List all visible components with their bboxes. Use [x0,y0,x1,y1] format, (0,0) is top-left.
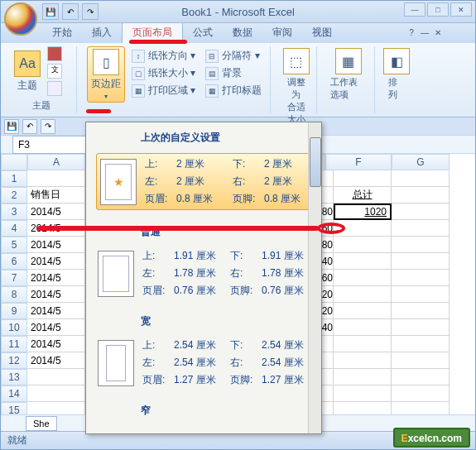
margins-option-normal[interactable]: 上:1.91 厘米 下:1.91 厘米 左:1.78 厘米 右:1.78 厘米 … [94,246,313,301]
cell[interactable]: 2014/5 [27,270,85,286]
maximize-button[interactable]: □ [427,2,449,17]
cell[interactable]: 2014/5 [27,303,85,319]
cell[interactable] [334,352,392,369]
cell[interactable] [334,303,392,319]
cell[interactable]: 2014/5 [27,319,85,336]
cell[interactable] [392,270,450,286]
margins-button[interactable]: ▯ 页边距 ▾ [87,46,125,103]
cell[interactable] [334,286,392,303]
cell[interactable] [392,336,450,352]
cell-partial[interactable] [322,170,334,187]
cell[interactable] [27,369,85,385]
cell[interactable] [392,203,450,220]
col-header-a[interactable]: A [27,154,85,170]
background-button[interactable]: ▤背景 [202,65,265,81]
cell-partial[interactable] [322,336,334,352]
cell-partial[interactable]: 20 [322,286,334,303]
qat-save-icon[interactable]: 💾 [42,3,59,20]
cell-partial[interactable]: 20 [322,303,334,319]
office-button[interactable] [4,2,37,36]
print-area-button[interactable]: ▦打印区域 ▾ [128,83,199,98]
select-all-corner[interactable] [1,154,27,170]
sheet-options-button[interactable]: ▦ 工作表选项 [327,46,369,103]
cell[interactable] [334,385,392,402]
cell-partial[interactable]: 80 [322,203,334,220]
cell[interactable] [334,170,392,187]
margins-option-last-custom[interactable]: 上:2 厘米 下:2 厘米 左:2 厘米 右:2 厘米 页眉:0.8 厘米 页脚… [96,153,311,210]
name-box[interactable]: F3 [12,136,87,154]
cell[interactable]: 1020 [334,203,392,220]
cell[interactable] [392,369,450,385]
cell[interactable]: 销售日 [27,187,85,203]
cell-partial[interactable]: 60 [322,220,334,237]
row-header[interactable]: 10 [1,319,27,336]
cell[interactable]: 2014/5 [27,352,85,369]
theme-colors-icon[interactable] [47,46,62,61]
breaks-button[interactable]: ⊟分隔符 ▾ [202,48,265,64]
ribbon-minimize-icon[interactable]: — [419,26,430,38]
cell[interactable]: 2014/5 [27,253,85,270]
cell[interactable] [392,253,450,270]
cell[interactable] [334,336,392,352]
row-header[interactable]: 1 [1,170,27,187]
cell[interactable] [334,220,392,237]
cell[interactable] [334,369,392,385]
themes-button[interactable]: Aa 主题 [11,49,44,94]
theme-effects-icon[interactable] [47,81,62,96]
arrange-button[interactable]: ◧ 排列 [385,46,408,103]
cell[interactable] [392,286,450,303]
cell-partial[interactable]: 80 [322,237,334,253]
row-header[interactable]: 3 [1,203,27,220]
row-header[interactable]: 8 [1,286,27,303]
margins-option-wide[interactable]: 上:2.54 厘米 下:2.54 厘米 左:2.54 厘米 右:2.54 厘米 … [94,335,313,390]
cell-partial[interactable] [322,369,334,385]
scale-to-fit-button[interactable]: ⬚ 调整为 合适大小 [281,46,311,127]
help-icon[interactable]: ? [406,26,417,38]
cell[interactable] [392,303,450,319]
cell[interactable] [334,237,392,253]
tab-page-layout[interactable]: 页面布局 [122,22,183,43]
cell[interactable]: 2014/5 [27,203,85,220]
undo2-icon[interactable]: ↶ [22,119,37,134]
size-button[interactable]: ▢纸张大小 ▾ [128,65,199,81]
cell[interactable] [392,237,450,253]
cell[interactable] [392,220,450,237]
close-button[interactable]: ✕ [450,2,472,17]
dropdown-scrollbar[interactable] [308,122,321,433]
sheet-tab[interactable]: She [26,416,57,431]
cell-partial[interactable] [322,385,334,402]
tab-home[interactable]: 开始 [42,22,82,43]
row-header[interactable]: 6 [1,253,27,270]
row-header[interactable]: 5 [1,237,27,253]
cell-partial[interactable]: 40 [322,253,334,270]
theme-fonts-icon[interactable]: 文 [47,64,62,79]
cell[interactable]: 总计 [334,187,392,203]
col-header-f[interactable]: F [325,154,392,170]
minimize-button[interactable]: — [404,2,426,17]
row-header[interactable]: 9 [1,303,27,319]
tab-data[interactable]: 数据 [223,22,262,43]
cell[interactable]: 2014/5 [27,336,85,352]
redo2-icon[interactable]: ↷ [41,119,55,134]
row-header[interactable]: 13 [1,369,27,385]
orientation-button[interactable]: ↕纸张方向 ▾ [128,48,199,64]
cell[interactable] [392,170,450,187]
cell[interactable] [334,253,392,270]
print-titles-button[interactable]: ▦打印标题 [202,83,265,98]
cell[interactable] [27,385,85,402]
row-header[interactable]: 14 [1,385,27,402]
save-icon[interactable]: 💾 [4,119,19,134]
row-header[interactable]: 2 [1,187,27,203]
tab-view[interactable]: 视图 [302,22,342,43]
cell[interactable]: 2014/5 [27,237,85,253]
qat-redo-icon[interactable]: ↷ [82,3,99,20]
cell[interactable]: 2014/5 [27,286,85,303]
row-header[interactable]: 7 [1,270,27,286]
cell[interactable] [334,319,392,336]
row-header[interactable]: 4 [1,220,27,237]
cell[interactable] [392,352,450,369]
col-header-g[interactable]: G [392,154,450,170]
cell[interactable] [392,187,450,203]
cell[interactable] [392,319,450,336]
doc-close-icon[interactable]: ✕ [432,26,444,38]
